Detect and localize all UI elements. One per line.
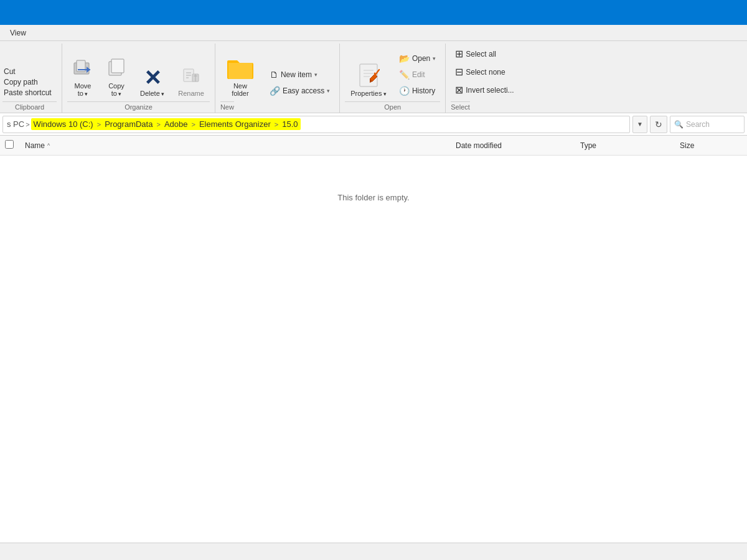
date-modified-label: Date modified: [456, 141, 502, 150]
properties-button[interactable]: ✓ Properties: [345, 60, 392, 100]
select-none-label: Select none: [466, 68, 505, 77]
new-item-icon: 🗋: [270, 70, 278, 80]
copy-path-button[interactable]: Copy path: [2, 77, 57, 87]
open-arrow: ▾: [433, 55, 436, 62]
type-column-header[interactable]: Type: [580, 141, 680, 150]
delete-button[interactable]: ✕ Delete: [134, 64, 170, 100]
status-bar: [0, 543, 747, 560]
rename-icon: [181, 65, 201, 88]
new-section-buttons: Newfolder 🗋 New item ▾ 🔗 Easy access ▾: [220, 46, 334, 100]
address-bar: s PC > Windows 10 (C:) > ProgramData > A…: [0, 113, 747, 136]
size-column-header[interactable]: Size: [680, 141, 742, 150]
invert-selection-button[interactable]: ⊠ Invert selecti...: [451, 82, 518, 98]
empty-folder-message: This folder is empty.: [0, 156, 747, 240]
breadcrumb-part1[interactable]: Windows 10 (C:): [34, 119, 93, 129]
invert-label: Invert selecti...: [466, 86, 514, 95]
organize-label: Organize: [67, 101, 210, 113]
new-stacked-buttons: 🗋 New item ▾ 🔗 Easy access ▾: [265, 68, 334, 100]
header-checkbox[interactable]: [5, 140, 14, 149]
copy-to-button[interactable]: Copyto: [101, 55, 132, 100]
delete-icon: ✕: [144, 67, 161, 88]
rename-button[interactable]: Rename: [172, 62, 210, 100]
refresh-button[interactable]: ↻: [650, 116, 667, 133]
select-none-icon: ⊟: [455, 66, 463, 78]
clipboard-label: Clipboard: [2, 101, 57, 113]
name-column-header[interactable]: Name ^: [25, 141, 456, 150]
open-label: Open: [345, 101, 440, 113]
address-dropdown-button[interactable]: ▼: [632, 116, 647, 133]
breadcrumb-highlighted: Windows 10 (C:) > ProgramData > Adobe > …: [31, 118, 301, 130]
select-buttons: ⊞ Select all ⊟ Select none ⊠ Invert sele…: [451, 46, 518, 100]
breadcrumb-part5[interactable]: 15.0: [282, 119, 298, 129]
clipboard-items: Cut Copy path Paste shortcut: [2, 67, 57, 98]
address-breadcrumb[interactable]: s PC > Windows 10 (C:) > ProgramData > A…: [2, 116, 630, 133]
name-column-label: Name: [25, 141, 45, 150]
clipboard-section: Cut Copy path Paste shortcut Clipboard: [0, 44, 62, 113]
move-to-label: Moveto: [75, 82, 92, 97]
breadcrumb-part3[interactable]: Adobe: [164, 119, 188, 129]
search-placeholder: Search: [686, 120, 710, 129]
open-icon: 📂: [399, 54, 410, 63]
menu-bar: View: [0, 25, 747, 41]
history-icon: 🕐: [399, 86, 410, 96]
paste-shortcut-button[interactable]: Paste shortcut: [2, 88, 57, 98]
copy-to-label: Copyto: [108, 82, 125, 97]
select-all-button[interactable]: ⊞ Select all: [451, 46, 518, 62]
select-none-button[interactable]: ⊟ Select none: [451, 64, 518, 80]
empty-message-text: This folder is empty.: [337, 193, 409, 202]
file-area: This folder is empty.: [0, 156, 747, 240]
menu-view[interactable]: View: [5, 27, 31, 39]
open-label: Open: [412, 54, 430, 63]
edit-button[interactable]: ✏️ Edit: [395, 68, 440, 82]
search-box[interactable]: 🔍 Search: [670, 116, 745, 133]
properties-icon: ✓: [357, 63, 380, 90]
search-icon: 🔍: [674, 120, 684, 129]
breadcrumb-pc: s PC: [7, 119, 24, 129]
select-all-label: Select all: [466, 50, 496, 58]
edit-icon: ✏️: [399, 70, 410, 80]
sort-arrow: ^: [47, 142, 50, 149]
date-modified-column-header[interactable]: Date modified: [456, 141, 580, 150]
easy-access-icon: 🔗: [270, 86, 280, 96]
breadcrumb-sep1: >: [97, 121, 101, 128]
new-item-button[interactable]: 🗋 New item ▾: [265, 68, 334, 82]
open-button[interactable]: 📂 Open ▾: [395, 52, 440, 65]
new-folder-label: Newfolder: [232, 82, 249, 97]
svg-text:✓: ✓: [372, 67, 380, 79]
select-all-checkbox[interactable]: [5, 140, 20, 151]
breadcrumb-part2[interactable]: ProgramData: [105, 119, 153, 129]
new-label: New: [220, 101, 234, 113]
easy-access-label: Easy access: [283, 86, 324, 95]
rename-label: Rename: [178, 90, 204, 97]
select-section: ⊞ Select all ⊟ Select none ⊠ Invert sele…: [446, 44, 747, 113]
cut-button[interactable]: Cut: [2, 67, 57, 77]
move-to-button[interactable]: Moveto: [67, 55, 98, 100]
svg-rect-5: [111, 59, 124, 73]
easy-access-arrow: ▾: [327, 88, 330, 94]
new-folder-icon: [226, 57, 255, 82]
history-label: History: [412, 86, 435, 95]
delete-label: Delete: [140, 90, 164, 97]
breadcrumb-sep4: >: [275, 121, 278, 128]
type-label: Type: [580, 141, 596, 150]
organize-buttons: Moveto Copyto ✕ Delete: [67, 46, 210, 100]
copy-to-icon: [106, 58, 126, 81]
select-label: Select: [451, 101, 470, 113]
new-section: Newfolder 🗋 New item ▾ 🔗 Easy access ▾ N…: [215, 44, 340, 113]
edit-label: Edit: [412, 70, 425, 79]
invert-icon: ⊠: [455, 84, 463, 96]
breadcrumb-sep3: >: [191, 121, 195, 128]
new-item-label: New item: [281, 70, 312, 79]
new-item-arrow: ▾: [314, 72, 317, 78]
open-section: ✓ Properties 📂 Open ▾ ✏️ Edit 🕐 H: [340, 44, 446, 113]
title-bar: [0, 0, 747, 25]
new-folder-button[interactable]: Newfolder: [220, 54, 260, 100]
column-headers: Name ^ Date modified Type Size: [0, 136, 747, 156]
breadcrumb-sep0: >: [26, 121, 29, 128]
easy-access-button[interactable]: 🔗 Easy access ▾: [265, 84, 334, 98]
organize-section: Moveto Copyto ✕ Delete: [62, 44, 215, 113]
breadcrumb-part4[interactable]: Elements Organizer: [199, 119, 271, 129]
history-button[interactable]: 🕐 History: [395, 84, 440, 98]
breadcrumb-sep2: >: [156, 121, 160, 128]
move-to-icon: [73, 58, 93, 81]
